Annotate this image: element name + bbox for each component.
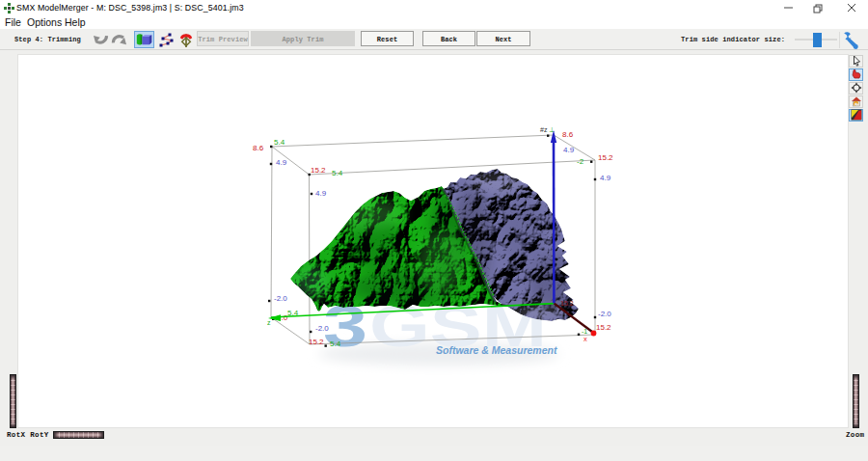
svg-text:15.2: 15.2 (311, 166, 326, 175)
svg-text:4.9: 4.9 (276, 158, 287, 167)
svg-text:z: z (267, 319, 271, 326)
svg-text:-2.0: -2.0 (598, 310, 611, 318)
svg-text:15.2: 15.2 (596, 323, 611, 332)
svg-text:-2: -2 (577, 157, 584, 166)
svg-text:5.4: 5.4 (330, 339, 341, 348)
svg-text:15.2: 15.2 (309, 338, 324, 346)
svg-text:8.6: 8.6 (562, 130, 574, 139)
svg-text:Software & Measurement: Software & Measurement (436, 344, 557, 356)
svg-text:4.9: 4.9 (315, 189, 327, 198)
svg-text:5.4: 5.4 (274, 138, 285, 147)
svg-text:8.6: 8.6 (253, 144, 264, 152)
svg-text:#z: #z (540, 126, 548, 133)
svg-text:4.9: 4.9 (563, 146, 575, 154)
svg-text:-2.0: -2.0 (274, 294, 287, 303)
svg-text:5.4: 5.4 (332, 169, 343, 177)
svg-text:15.2: 15.2 (560, 300, 574, 307)
svg-text:4.9: 4.9 (600, 174, 611, 182)
svg-text:15.2: 15.2 (598, 153, 613, 162)
svg-text:-2.0: -2.0 (315, 324, 329, 333)
svg-text:x: x (583, 335, 587, 343)
